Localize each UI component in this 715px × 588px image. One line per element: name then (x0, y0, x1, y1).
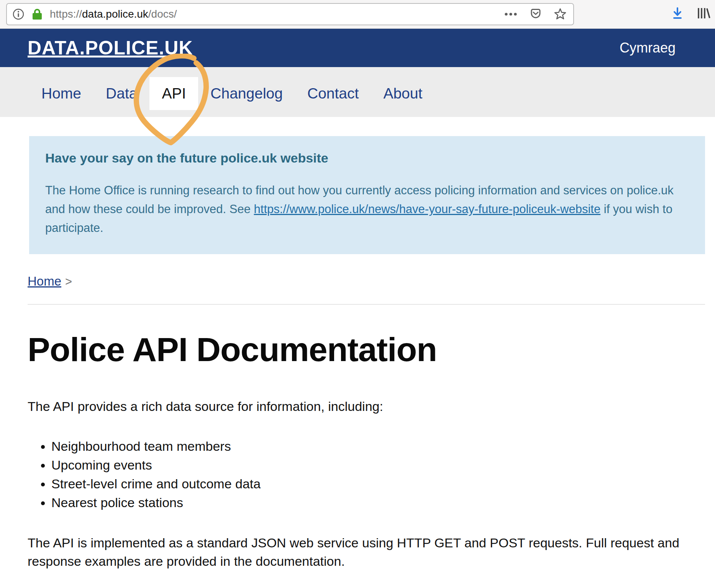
url-host: data.police.uk (82, 8, 148, 20)
nav-item-api[interactable]: API (149, 77, 198, 110)
language-link[interactable]: Cymraeg (620, 40, 676, 56)
lock-icon[interactable] (31, 7, 44, 21)
notice-link[interactable]: https://www.police.uk/news/have-your-say… (254, 202, 601, 216)
breadcrumb: Home> (28, 274, 705, 289)
pocket-icon[interactable] (529, 7, 543, 21)
page-actions-icon[interactable] (503, 8, 518, 21)
list-item: Neighbourhood team members (51, 437, 705, 456)
notice-body: The Home Office is running research to f… (45, 181, 689, 237)
nav-item-about[interactable]: About (383, 85, 422, 102)
page-info-icon[interactable] (11, 7, 25, 21)
nav-item-contact[interactable]: Contact (307, 85, 359, 102)
bookmark-star-icon[interactable] (553, 7, 567, 21)
site-header: DATA.POLICE.UK Cymraeg (0, 29, 715, 67)
list-item: Street-level crime and outcome data (51, 475, 705, 493)
main-content: Home> Police API Documentation The API p… (28, 274, 705, 570)
url-scheme: https:// (50, 8, 82, 20)
feature-list: Neighbourhood team members Upcoming even… (28, 437, 705, 512)
library-icon[interactable] (697, 7, 711, 22)
intro-paragraph: The API provides a rich data source for … (28, 399, 705, 414)
nav-item-data[interactable]: Data (106, 85, 137, 102)
notice-heading: Have your say on the future police.uk we… (45, 151, 689, 166)
site-logo[interactable]: DATA.POLICE.UK (28, 37, 193, 59)
nav-item-changelog[interactable]: Changelog (210, 85, 283, 102)
url-path: /docs/ (148, 8, 177, 20)
breadcrumb-separator: > (65, 275, 72, 288)
address-bar[interactable]: https://data.police.uk/docs/ (6, 3, 574, 25)
nav-item-home[interactable]: Home (41, 85, 81, 102)
browser-chrome: https://data.police.uk/docs/ (0, 0, 715, 29)
notice-banner: Have your say on the future police.uk we… (29, 136, 705, 254)
url-text[interactable]: https://data.police.uk/docs/ (50, 8, 503, 20)
list-item: Upcoming events (51, 456, 705, 475)
divider (28, 304, 705, 305)
download-icon[interactable] (671, 6, 684, 22)
page-title: Police API Documentation (28, 333, 705, 366)
primary-nav: Home Data API Changelog Contact About (0, 67, 715, 117)
outro-paragraph: The API is implemented as a standard JSO… (28, 534, 705, 570)
breadcrumb-home-link[interactable]: Home (28, 274, 61, 288)
list-item: Nearest police stations (51, 493, 705, 512)
